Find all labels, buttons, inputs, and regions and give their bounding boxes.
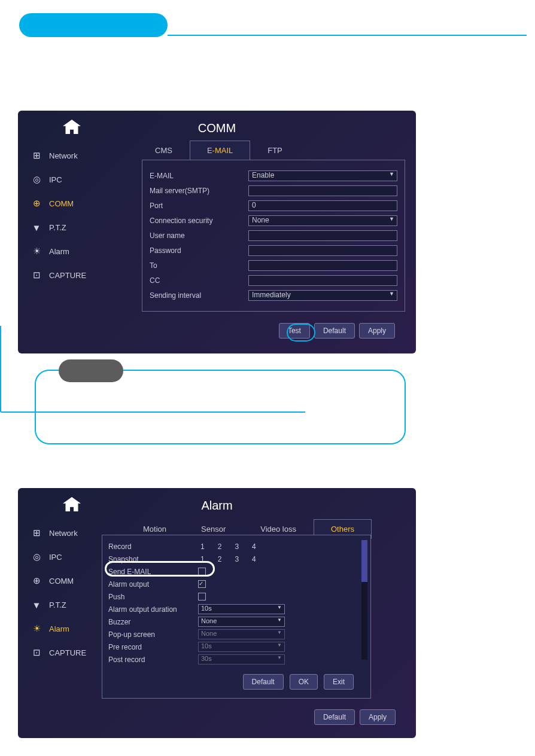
email-select[interactable]: Enable <box>248 170 397 181</box>
notice-pill <box>59 359 123 382</box>
interval-select[interactable]: Immediately <box>248 290 397 301</box>
inner-default-button[interactable]: Default <box>243 674 284 690</box>
camera-icon: ◎ <box>30 551 43 562</box>
ptz-icon: ▼ <box>30 222 43 233</box>
postrecord-label: Post record <box>108 656 198 664</box>
prerecord-select[interactable]: 10s <box>198 642 285 652</box>
port-input[interactable]: 0 <box>248 200 397 211</box>
record-channels: 1234 <box>198 542 256 551</box>
sidebar-label: Network <box>49 151 78 160</box>
email-label: E-MAIL <box>150 172 248 180</box>
username-input[interactable] <box>248 230 397 241</box>
comm-screen: COMM ⊞Network ◎IPC ⊕COMM ▼P.T.Z ☀Alarm ⊡… <box>18 111 416 353</box>
sidebar-label: P.T.Z <box>49 600 66 609</box>
outer-buttons: Default Apply <box>314 709 396 725</box>
alarm-output-checkbox[interactable] <box>198 580 206 588</box>
sidebar-item-comm[interactable]: ⊕COMM <box>24 191 126 215</box>
default-button[interactable]: Default <box>314 323 355 339</box>
sidebar-label: COMM <box>49 577 74 586</box>
username-label: User name <box>150 231 248 240</box>
network-icon: ⊞ <box>30 528 43 538</box>
camera-icon: ◎ <box>30 174 43 185</box>
sidebar-label: Alarm <box>49 247 69 256</box>
email-panel: E-MAILEnable Mail server(SMTP) Port0 Con… <box>142 160 405 312</box>
ptz-icon: ▼ <box>30 599 43 610</box>
push-label: Push <box>108 593 198 601</box>
smtp-input[interactable] <box>248 185 397 196</box>
alarm-out-dur-select[interactable]: 10s <box>198 604 285 614</box>
home-icon[interactable] <box>63 497 81 511</box>
scrollbar-thumb[interactable] <box>361 540 367 582</box>
capture-icon: ⊡ <box>30 647 43 658</box>
alarm-out-dur-label: Alarm output duration <box>108 605 198 614</box>
screen-title: COMM <box>198 121 236 135</box>
exit-button[interactable]: Exit <box>324 674 354 690</box>
security-label: Connection security <box>150 217 248 225</box>
sidebar-label: CAPTURE <box>49 271 86 280</box>
alarm-panel: Record1234 Snapshot1234 Send E-MAIL Alar… <box>102 535 371 699</box>
header-pill <box>19 13 168 37</box>
sidebar-label: Network <box>49 529 78 538</box>
globe-icon: ⊕ <box>30 575 43 586</box>
send-email-highlight <box>105 561 215 577</box>
password-input[interactable] <box>248 245 397 256</box>
header-rule <box>168 35 527 36</box>
record-label: Record <box>108 542 198 551</box>
push-checkbox[interactable] <box>198 593 206 600</box>
cc-input[interactable] <box>248 275 397 286</box>
alarm-icon: ☀ <box>30 246 43 257</box>
sidebar-item-ptz[interactable]: ▼P.T.Z <box>24 215 126 239</box>
interval-label: Sending interval <box>150 291 248 300</box>
sidebar: ⊞Network ◎IPC ⊕COMM ▼P.T.Z ☀Alarm ⊡CAPTU… <box>24 144 126 287</box>
buzzer-label: Buzzer <box>108 618 198 626</box>
tab-email[interactable]: E-MAIL <box>190 141 250 160</box>
to-label: To <box>150 261 248 270</box>
sidebar-label: CAPTURE <box>49 648 86 657</box>
globe-icon: ⊕ <box>30 198 43 209</box>
password-label: Password <box>150 246 248 255</box>
ok-button[interactable]: OK <box>290 674 318 690</box>
buzzer-select[interactable]: None <box>198 617 285 627</box>
tab-cms[interactable]: CMS <box>138 141 190 160</box>
smtp-label: Mail server(SMTP) <box>150 187 248 195</box>
to-input[interactable] <box>248 260 397 271</box>
outer-apply-button[interactable]: Apply <box>360 709 396 725</box>
postrecord-select[interactable]: 30s <box>198 654 285 664</box>
apply-button[interactable]: Apply <box>359 323 395 339</box>
sidebar-item-alarm[interactable]: ☀Alarm <box>24 239 126 263</box>
sidebar-label: IPC <box>49 553 62 562</box>
sidebar-label: COMM <box>49 199 74 208</box>
sidebar-item-capture[interactable]: ⊡CAPTURE <box>24 263 126 287</box>
sidebar-item-network[interactable]: ⊞Network <box>24 144 126 167</box>
network-icon: ⊞ <box>30 150 43 161</box>
security-select[interactable]: None <box>248 215 397 226</box>
prerecord-label: Pre record <box>108 643 198 651</box>
outer-default-button[interactable]: Default <box>314 709 355 725</box>
alarm-output-label: Alarm output <box>108 580 198 589</box>
inner-buttons: Default OK Exit <box>119 674 354 690</box>
home-icon[interactable] <box>63 120 81 134</box>
popup-select[interactable]: None <box>198 629 285 639</box>
sidebar-label: IPC <box>49 175 62 184</box>
cc-label: CC <box>150 276 248 285</box>
alarm-screen: Alarm ⊞Network ◎IPC ⊕COMM ▼P.T.Z ☀Alarm … <box>18 488 416 738</box>
tabs: CMS E-MAIL FTP <box>138 141 300 160</box>
alarm-icon: ☀ <box>30 623 43 634</box>
notice-box <box>35 370 406 444</box>
port-label: Port <box>150 202 248 210</box>
sidebar-item-ipc[interactable]: ◎IPC <box>24 167 126 191</box>
tab-ftp[interactable]: FTP <box>250 141 300 160</box>
popup-label: Pop-up screen <box>108 630 198 639</box>
screen-title: Alarm <box>201 499 232 513</box>
capture-icon: ⊡ <box>30 270 43 281</box>
sidebar-label: P.T.Z <box>49 223 66 232</box>
sidebar-label: Alarm <box>49 624 69 633</box>
